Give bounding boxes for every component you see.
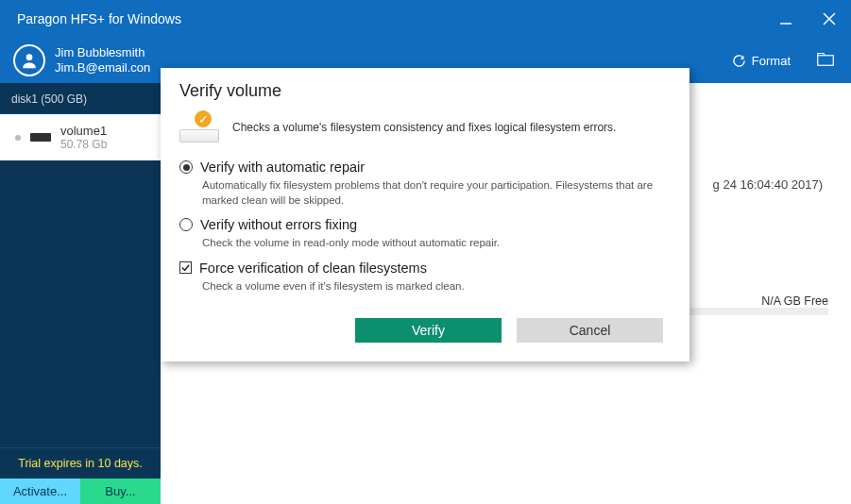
user-icon [20, 51, 39, 70]
refresh-icon [732, 54, 746, 68]
radio-unselected-icon [179, 218, 193, 231]
close-icon [822, 11, 837, 26]
volume-size: 50.78 Gb [60, 138, 107, 151]
activate-button[interactable]: Activate... [0, 479, 80, 504]
folder-icon [817, 52, 834, 66]
dialog-title: Verify volume [179, 81, 671, 101]
app-title: Paragon HFS+ for Windows [17, 11, 181, 26]
volume-status-dot [15, 135, 21, 141]
user-email: Jim.B@email.con [55, 60, 150, 76]
minimize-button[interactable] [764, 0, 808, 38]
minimize-icon [779, 12, 792, 25]
verify-button[interactable]: Verify [355, 318, 502, 343]
option-label: Verify without errors fixing [200, 217, 357, 232]
option-sub: Automatically fix filesystem problems th… [202, 178, 671, 208]
radio-selected-icon [179, 160, 193, 174]
option-auto-repair[interactable]: Verify with automatic repair Automatical… [179, 160, 671, 208]
checkbox-checked-icon [179, 261, 192, 274]
trial-notice: Trial expires in 10 days. [0, 447, 161, 479]
drive-icon [30, 133, 51, 142]
drive-check-icon: ✓ [179, 112, 219, 143]
volume-item[interactable]: volume1 50.78 Gb [0, 114, 161, 160]
verify-volume-dialog: Verify volume ✓ Checks a volume's filesy… [161, 68, 689, 361]
format-label: Format [752, 54, 791, 68]
volume-text: volume1 50.78 Gb [60, 124, 107, 151]
svg-point-3 [26, 54, 33, 60]
avatar[interactable] [13, 44, 45, 76]
option-label: Verify with automatic repair [200, 160, 365, 175]
timestamp-fragment: g 24 16:04:40 2017) [713, 177, 823, 192]
titlebar: Paragon HFS+ for Windows [0, 0, 851, 38]
option-label: Force verification of clean filesystems [199, 260, 427, 276]
buy-button[interactable]: Buy... [80, 479, 161, 504]
user-block: Jim Bubblesmith Jim.B@email.con [55, 45, 150, 75]
format-button[interactable]: Format [732, 54, 791, 68]
sidebar: disk1 (500 GB) volume1 50.78 Gb Trial ex… [0, 83, 161, 504]
volume-name: volume1 [60, 124, 107, 138]
cancel-button[interactable]: Cancel [517, 318, 663, 343]
option-sub: Check a volume even if it's filesystem i… [202, 279, 671, 294]
disk-label[interactable]: disk1 (500 GB) [0, 83, 161, 114]
option-force-verify[interactable]: Force verification of clean filesystems … [179, 260, 671, 294]
free-space-label: N/A GB Free [761, 294, 828, 308]
close-button[interactable] [808, 0, 851, 38]
option-readonly[interactable]: Verify without errors fixing Check the v… [179, 217, 671, 251]
svg-rect-4 [818, 55, 834, 65]
folder-button[interactable] [817, 52, 834, 70]
dialog-description: Checks a volume's filesystem consistency… [232, 121, 671, 134]
option-sub: Check the volume in read-only mode witho… [202, 236, 671, 251]
user-name: Jim Bubblesmith [55, 45, 150, 60]
